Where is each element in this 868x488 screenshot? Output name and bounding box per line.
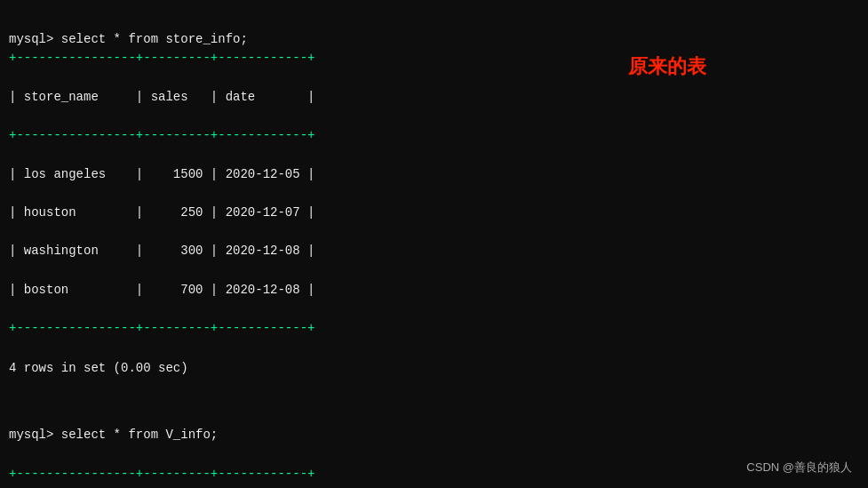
table-label: 原来的表 [628, 53, 706, 80]
divider3: +----------------+---------+------------… [9, 319, 593, 339]
sidebar: 原来的表 [601, 0, 868, 488]
table1-row2: | houston | 250 | 2020-12-07 | [9, 204, 593, 223]
table1-row4: | boston | 700 | 2020-12-08 | [9, 281, 593, 300]
terminal-output: mysql> select * from store_info; +------… [0, 0, 601, 488]
divider1: +----------------+---------+------------… [9, 49, 593, 68]
query2: mysql> select * from V_info; [9, 426, 593, 445]
divider2: +----------------+---------+------------… [9, 126, 593, 146]
watermark: CSDN @善良的狼人 [746, 460, 852, 476]
query1: mysql> select * from store_info; [9, 32, 248, 46]
table1-row1: | los angeles | 1500 | 2020-12-05 | [9, 165, 593, 185]
rowcount1: 4 rows in set (0.00 sec) [9, 359, 593, 379]
header-row: | store_name | sales | date | [9, 88, 593, 108]
divider4: +----------------+---------+------------… [9, 465, 593, 484]
table1-row3: | washington | 300 | 2020-12-08 | [9, 242, 593, 261]
